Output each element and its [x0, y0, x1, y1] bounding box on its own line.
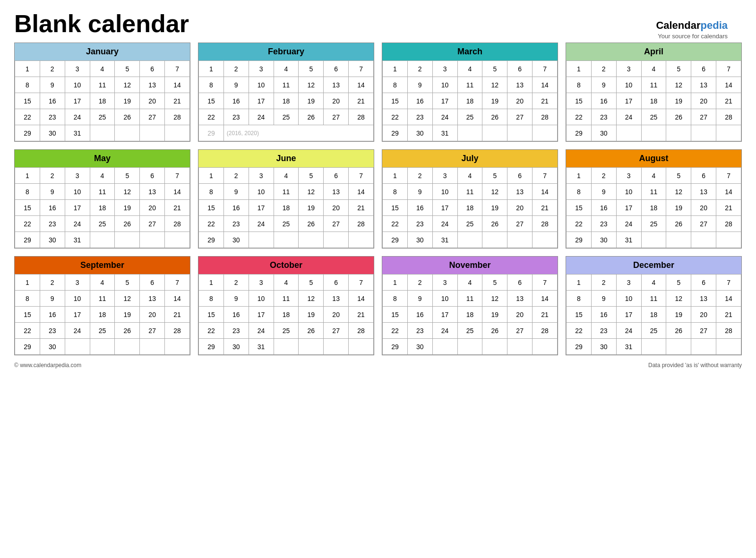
- day-cell: 13: [324, 184, 349, 200]
- day-cell: 9: [407, 291, 432, 307]
- day-cell: 26: [666, 323, 691, 339]
- day-cell: 23: [223, 109, 249, 125]
- calendars-grid: January123456789101112131415161718192021…: [14, 43, 742, 355]
- day-cell: 12: [299, 291, 324, 307]
- day-cell: 7: [349, 61, 374, 77]
- day-cell: 8: [383, 291, 408, 307]
- day-cell: 6: [691, 61, 716, 77]
- month-calendar-february: February12345678910111213141516171819202…: [198, 43, 374, 142]
- day-cell: 10: [432, 184, 457, 200]
- day-cell: [641, 232, 666, 248]
- day-cell: [140, 339, 165, 355]
- table-row: 15161718192021: [567, 307, 741, 323]
- day-cell: [507, 339, 533, 355]
- table-row: 15161718192021: [383, 93, 558, 109]
- day-cell: 25: [457, 323, 482, 339]
- day-cell: [457, 339, 482, 355]
- day-cell: 16: [223, 93, 249, 109]
- day-cell: 23: [40, 109, 65, 125]
- day-cell: 14: [533, 77, 558, 93]
- day-cell: 2: [407, 168, 432, 184]
- day-cell: 24: [616, 323, 641, 339]
- day-cell: 11: [641, 77, 666, 93]
- day-cell: [324, 232, 349, 248]
- day-cell: [349, 232, 374, 248]
- day-cell: 7: [533, 168, 558, 184]
- day-cell: 25: [457, 216, 482, 232]
- month-grid-december: 1234567891011121314151617181920212223242…: [566, 274, 741, 355]
- day-cell: 9: [40, 291, 65, 307]
- day-cell: 5: [299, 61, 324, 77]
- day-cell: 9: [591, 184, 616, 200]
- day-cell: 7: [716, 275, 741, 291]
- day-cell: 20: [140, 200, 165, 216]
- day-cell: 10: [65, 291, 90, 307]
- month-calendar-july: July123456789101112131415161718192021222…: [382, 149, 558, 249]
- day-cell: 29: [15, 125, 40, 141]
- day-cell: 21: [533, 307, 558, 323]
- day-cell: 22: [383, 216, 408, 232]
- day-cell: 16: [40, 307, 65, 323]
- day-cell: 10: [432, 291, 457, 307]
- day-cell: 28: [533, 109, 558, 125]
- day-cell: 27: [691, 109, 716, 125]
- day-cell: [533, 232, 558, 248]
- day-cell: 15: [567, 93, 592, 109]
- day-cell: 30: [591, 232, 616, 248]
- day-cell: 25: [274, 109, 299, 125]
- day-cell: 2: [223, 168, 249, 184]
- day-cell: 19: [115, 200, 140, 216]
- day-cell: 30: [40, 339, 65, 355]
- table-row: 293031: [567, 339, 741, 355]
- day-cell: 10: [616, 184, 641, 200]
- day-cell: 13: [507, 77, 533, 93]
- day-cell: 3: [432, 168, 457, 184]
- day-cell: 24: [65, 109, 90, 125]
- table-row: 293031: [199, 339, 374, 355]
- table-row: 1234567: [567, 61, 741, 77]
- day-cell: 5: [482, 61, 507, 77]
- month-header-november: November: [382, 257, 558, 274]
- day-cell: 17: [249, 307, 274, 323]
- day-cell: 6: [691, 168, 716, 184]
- day-cell: 9: [40, 77, 65, 93]
- day-cell: 20: [507, 93, 533, 109]
- day-cell: 2: [591, 168, 616, 184]
- day-cell: 4: [641, 168, 666, 184]
- month-calendar-may: May1234567891011121314151617181920212223…: [14, 149, 190, 249]
- day-cell: 27: [507, 109, 533, 125]
- day-cell: [90, 125, 115, 141]
- day-cell: 1: [567, 275, 592, 291]
- day-cell: [716, 125, 741, 141]
- day-cell: [507, 125, 533, 141]
- day-cell: 29: [15, 232, 40, 248]
- month-grid-february: 1234567891011121314151617181920212223242…: [198, 60, 374, 141]
- day-cell: 5: [482, 168, 507, 184]
- day-cell: 15: [199, 93, 224, 109]
- table-row: 1234567: [199, 275, 374, 291]
- day-cell: 23: [407, 109, 432, 125]
- table-row: 2930: [383, 339, 558, 355]
- day-cell: 20: [324, 200, 349, 216]
- day-cell: 12: [115, 184, 140, 200]
- day-cell: 30: [591, 125, 616, 141]
- day-cell: 19: [666, 307, 691, 323]
- day-cell: 1: [383, 168, 408, 184]
- day-cell: 12: [115, 77, 140, 93]
- day-cell: [140, 232, 165, 248]
- day-cell: 28: [165, 323, 190, 339]
- month-header-february: February: [198, 43, 374, 60]
- day-cell: 7: [165, 61, 190, 77]
- day-cell: 25: [90, 216, 115, 232]
- day-cell: 22: [199, 109, 224, 125]
- table-row: 891011121314: [199, 184, 374, 200]
- day-cell: 1: [383, 275, 408, 291]
- day-cell: 28: [716, 216, 741, 232]
- day-cell: 28: [349, 216, 374, 232]
- day-cell: 15: [383, 200, 408, 216]
- day-cell: 2: [591, 61, 616, 77]
- day-cell: 3: [249, 61, 274, 77]
- day-cell: 26: [299, 216, 324, 232]
- day-cell: 18: [457, 93, 482, 109]
- month-header-december: December: [566, 257, 741, 274]
